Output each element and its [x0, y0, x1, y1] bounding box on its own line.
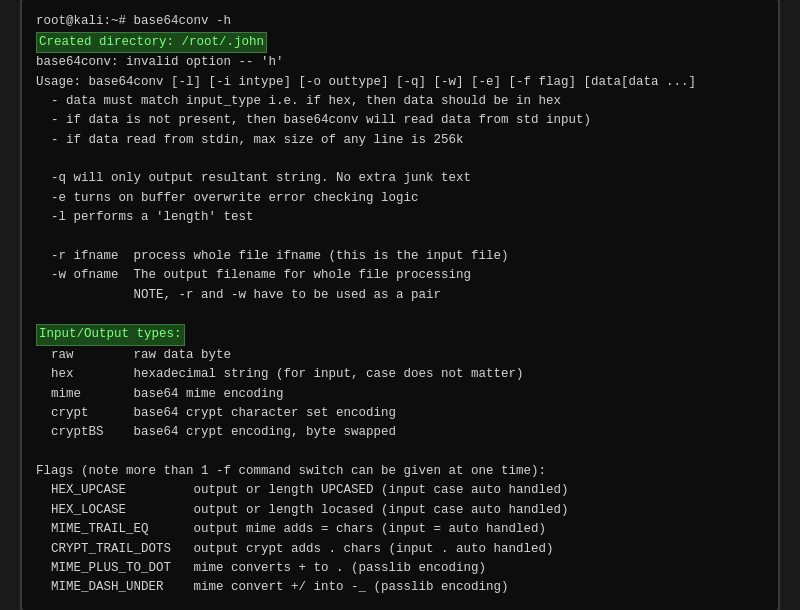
- line-l-flag: -l performs a 'length' test: [36, 208, 764, 227]
- blank-4: [36, 443, 764, 462]
- terminal-content: root@kali:~# base64conv -h Created direc…: [36, 12, 764, 597]
- line-created-dir: Created directory: /root/.john: [36, 32, 764, 53]
- line-invalid-option: base64conv: invalid option -- 'h': [36, 53, 764, 72]
- line-raw: raw raw data byte: [36, 346, 764, 365]
- io-types-highlight: Input/Output types:: [36, 324, 185, 345]
- blank-1: [36, 150, 764, 169]
- created-dir-highlight: Created directory: /root/.john: [36, 32, 267, 53]
- line-prompt: root@kali:~# base64conv -h: [36, 12, 764, 31]
- line-hex: hex hexadecimal string (for input, case …: [36, 365, 764, 384]
- line-r-flag: -r ifname process whole file ifname (thi…: [36, 247, 764, 266]
- line-flags-header: Flags (note more than 1 -f command switc…: [36, 462, 764, 481]
- line-q-flag: -q will only output resultant string. No…: [36, 169, 764, 188]
- line-data-match: - data must match input_type i.e. if hex…: [36, 92, 764, 111]
- line-stdin-size: - if data read from stdin, max size of a…: [36, 131, 764, 150]
- blank-2: [36, 228, 764, 247]
- line-data-not-present: - if data is not present, then base64con…: [36, 111, 764, 130]
- line-crypt: crypt base64 crypt character set encodin…: [36, 404, 764, 423]
- terminal-window: root@kali:~# base64conv -h Created direc…: [20, 0, 780, 610]
- blank-3: [36, 305, 764, 324]
- line-crypt-trail-dots: CRYPT_TRAIL_DOTS output crypt adds . cha…: [36, 540, 764, 559]
- line-e-flag: -e turns on buffer overwrite error check…: [36, 189, 764, 208]
- line-note: NOTE, -r and -w have to be used as a pai…: [36, 286, 764, 305]
- line-hex-upcase: HEX_UPCASE output or length UPCASED (inp…: [36, 481, 764, 500]
- line-mime: mime base64 mime encoding: [36, 385, 764, 404]
- line-io-types-header: Input/Output types:: [36, 324, 764, 345]
- line-mime-trail-eq: MIME_TRAIL_EQ output mime adds = chars (…: [36, 520, 764, 539]
- line-w-flag: -w ofname The output filename for whole …: [36, 266, 764, 285]
- line-cryptbs: cryptBS base64 crypt encoding, byte swap…: [36, 423, 764, 442]
- line-hex-locase: HEX_LOCASE output or length locased (inp…: [36, 501, 764, 520]
- line-usage: Usage: base64conv [-l] [-i intype] [-o o…: [36, 73, 764, 92]
- line-mime-dash-under: MIME_DASH_UNDER mime convert +/ into -_ …: [36, 578, 764, 597]
- line-mime-plus-to-dot: MIME_PLUS_TO_DOT mime converts + to . (p…: [36, 559, 764, 578]
